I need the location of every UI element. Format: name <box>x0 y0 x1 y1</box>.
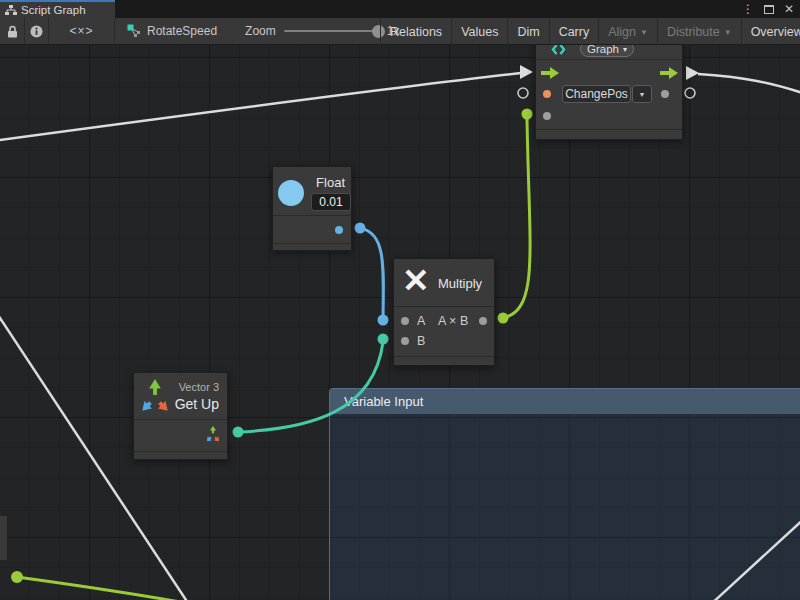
control-output-port[interactable] <box>660 67 678 79</box>
multiply-input-b-port[interactable] <box>401 337 409 345</box>
relations-button[interactable]: Relations <box>380 18 451 45</box>
multiply-icon: ✕ <box>402 264 430 298</box>
value-output-port[interactable] <box>661 90 669 98</box>
wire-endpoint <box>522 109 533 120</box>
float-output-port[interactable] <box>335 226 343 234</box>
graph-node-icon <box>127 24 141 38</box>
overview-button[interactable]: Overview <box>741 18 800 45</box>
vector3-title: Get Up <box>175 396 219 412</box>
graph-toolbar: <×> RotateSpeed Zoom 1x Relations Values… <box>0 18 800 45</box>
script-graph-window: Script Graph ⋮ ✕ <×> <box>0 0 800 600</box>
multiply-input-b-label: B <box>417 334 425 348</box>
variable-name-dropdown[interactable]: ▼ <box>632 85 652 103</box>
info-button[interactable] <box>25 18 49 44</box>
group-title: Variable Input <box>344 394 423 409</box>
tab-title: Script Graph <box>21 4 86 16</box>
unconnected-port-ring-left[interactable] <box>518 88 528 98</box>
align-button[interactable]: Align▼ <box>598 18 657 45</box>
toolbar-buttons: Relations Values Dim Carry Align▼ Distri… <box>380 18 800 45</box>
value-input-port[interactable] <box>543 90 551 98</box>
wire-arrowhead-out <box>686 66 699 80</box>
clipped-node-fragment[interactable] <box>0 515 8 561</box>
variable-icon <box>551 45 566 57</box>
chevron-down-icon: ▼ <box>724 28 732 37</box>
tab-script-graph[interactable]: Script Graph <box>0 0 115 18</box>
vector3-icon <box>140 378 170 414</box>
multiply-output-port[interactable] <box>479 317 487 325</box>
value-connections-toggle[interactable]: <×> <box>49 18 115 44</box>
window-menu-icon[interactable]: ⋮ <box>742 0 754 18</box>
group-header[interactable]: Variable Input <box>330 389 800 414</box>
wire-endpoint <box>378 315 389 326</box>
dim-button[interactable]: Dim <box>507 18 548 45</box>
multiply-output-label: A × B <box>438 314 468 328</box>
wire-bottom-left[interactable] <box>17 577 245 600</box>
float-icon <box>278 180 304 206</box>
secondary-input-port[interactable] <box>543 112 551 120</box>
info-icon <box>30 25 43 38</box>
wire-float-to-multiply[interactable] <box>360 228 383 318</box>
wire-multiply-to-setvariable[interactable] <box>503 118 530 318</box>
distribute-button[interactable]: Distribute▼ <box>657 18 741 45</box>
unconnected-port-ring-right[interactable] <box>685 88 695 98</box>
script-graph-icon <box>5 5 17 15</box>
vector3-type-label: Vector 3 <box>179 381 219 393</box>
set-variable-node[interactable]: Graph▾ ChangePos ▼ <box>535 45 683 140</box>
tab-bar: Script Graph ⋮ ✕ <box>0 0 800 18</box>
wire-endpoint <box>355 223 366 234</box>
multiply-input-a-label: A <box>417 314 425 328</box>
wire-endpoint <box>233 427 244 438</box>
float-title: Float <box>316 175 345 190</box>
multiply-title: Multiply <box>438 276 482 291</box>
variable-kind-dropdown[interactable]: Graph▾ <box>580 45 634 57</box>
wire-control-out[interactable] <box>698 74 800 94</box>
zoom-label: Zoom <box>245 24 276 38</box>
float-node[interactable]: Float 0.01 <box>272 166 352 251</box>
carry-button[interactable]: Carry <box>549 18 599 45</box>
wire-control-in[interactable] <box>0 73 521 141</box>
window-close-icon[interactable]: ✕ <box>784 0 794 18</box>
lock-button[interactable] <box>0 18 25 44</box>
wire-endpoint <box>498 313 509 324</box>
graph-reference[interactable]: RotateSpeed Zoom 1x <box>115 18 409 44</box>
zoom-slider[interactable] <box>284 30 379 32</box>
values-button[interactable]: Values <box>451 18 507 45</box>
float-value-field[interactable]: 0.01 <box>311 193 351 211</box>
multiply-input-a-port[interactable] <box>401 317 409 325</box>
graph-name-label: RotateSpeed <box>147 24 217 38</box>
lock-icon <box>7 25 18 38</box>
wire-arrowhead-in <box>520 65 533 79</box>
multiply-node[interactable]: ✕ Multiply A A × B B <box>393 258 495 366</box>
control-input-port[interactable] <box>541 67 559 79</box>
variable-input-group[interactable]: Variable Input <box>329 388 800 600</box>
wire-endpoint <box>378 334 389 345</box>
wire-endpoint <box>11 571 23 583</box>
variable-name-field[interactable]: ChangePos <box>562 85 631 103</box>
graph-canvas[interactable]: Variable Input <box>0 45 800 600</box>
vector3-output-port[interactable] <box>205 426 221 442</box>
chevron-down-icon: ▼ <box>639 91 646 98</box>
chevron-down-icon: ▾ <box>623 45 627 54</box>
chevron-down-icon: ▼ <box>640 28 648 37</box>
window-maximize-icon[interactable] <box>764 5 774 14</box>
vector3-getup-node[interactable]: Vector 3 Get Up <box>133 372 228 460</box>
